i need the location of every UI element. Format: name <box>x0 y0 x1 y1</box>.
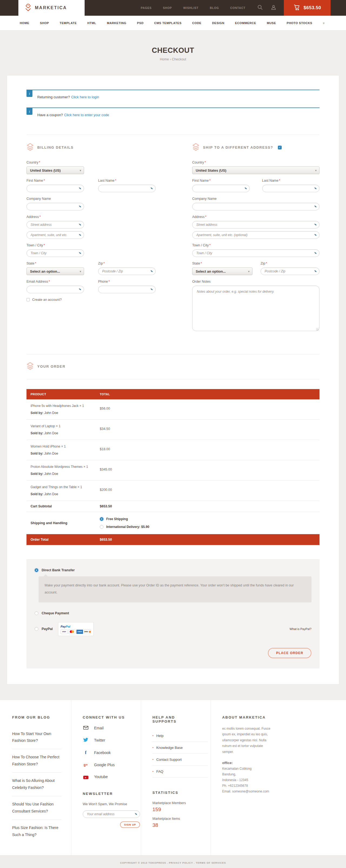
payment-cheque[interactable]: Cheque Payment <box>35 611 311 615</box>
billing-street-field: ✒ <box>27 221 84 228</box>
login-link[interactable]: Click here to login <box>71 95 99 99</box>
shipping-company-input[interactable] <box>196 205 311 209</box>
billing-company-input[interactable] <box>31 205 76 209</box>
billing-first-name-input[interactable] <box>31 187 76 190</box>
blog-link[interactable]: How To Choose The Perfect Fashion Store? <box>12 749 61 773</box>
blog-link[interactable]: What is So Alluring About Celebrity Fash… <box>12 773 61 796</box>
cart-button[interactable]: $653.50 <box>284 0 331 16</box>
radio-selected-icon[interactable] <box>100 517 104 521</box>
help-link[interactable]: ▪Knowledge Base <box>152 742 208 754</box>
top-nav-contact[interactable]: CONTACT <box>230 6 245 9</box>
help-link[interactable]: ▪FAQ <box>152 766 208 778</box>
copyright-bar: COPYRIGHT © 2013 TOKOPRESS . PRIVACY POL… <box>0 855 346 868</box>
menu-photo-stocks[interactable]: PHOTO STOCKS <box>286 21 312 25</box>
seller-name: John Doe <box>44 472 58 476</box>
edit-pen-icon: ✒ <box>313 204 318 209</box>
shipping-town-input[interactable] <box>196 251 311 255</box>
billing-zip-field: ✒ <box>98 268 156 275</box>
ship-different-checkbox[interactable]: ✓ <box>278 146 282 150</box>
logo[interactable]: MARKETICA <box>19 0 84 16</box>
payment-paypal[interactable]: PayPal PayPal VISA AMEX DISC What is Pay… <box>35 622 311 636</box>
sold-by-label: Sold by: <box>31 452 43 455</box>
billing-town-input[interactable] <box>31 251 76 255</box>
social-youtube[interactable]: ▶ Youtube <box>83 774 130 779</box>
shipping-first-name-input[interactable] <box>196 187 241 190</box>
blog-link[interactable]: Plus Size Fashion: Is There Such a Thing… <box>12 820 61 843</box>
blog-link[interactable]: How To Start Your Own Fashion Store? <box>12 726 61 749</box>
help-link[interactable]: ▪Contact Support <box>152 754 208 766</box>
billing-email-input[interactable] <box>31 287 76 291</box>
social-twitter[interactable]: Twitter <box>83 738 130 743</box>
place-order-button[interactable]: PLACE ORDER <box>268 648 311 658</box>
coupon-text: Have a coupon? <box>37 113 63 117</box>
radio-icon[interactable] <box>100 525 104 529</box>
radio-icon[interactable] <box>35 611 38 615</box>
state-label: State* <box>27 261 84 265</box>
shipping-street-input[interactable] <box>196 223 311 227</box>
blog-link[interactable]: Should You Use Fashion Consultant Servic… <box>12 796 61 820</box>
shipping-option-free[interactable]: Free Shipping <box>100 517 319 521</box>
top-nav-shop[interactable]: SHOP <box>163 6 172 9</box>
menu-marketing[interactable]: MARKETING <box>107 21 126 25</box>
billing-street-input[interactable] <box>31 223 76 227</box>
shipping-state-select[interactable]: Select an option... ▾ <box>192 268 252 275</box>
billing-zip-input[interactable] <box>102 269 147 273</box>
shipping-option-international[interactable]: International Delivery: $5.90 <box>100 525 319 529</box>
order-notes-input[interactable] <box>192 286 319 331</box>
social-google-plus[interactable]: g+ Google Plus <box>83 763 130 767</box>
newsletter-title: NEWSLETTER <box>83 792 130 796</box>
menu-home[interactable]: HOME <box>20 21 29 25</box>
menu-template[interactable]: TEMPLATE <box>60 21 77 25</box>
your-order-header: YOUR ORDER <box>27 362 319 371</box>
chevron-down-icon: ▾ <box>80 270 81 273</box>
shipping-apartment-input[interactable] <box>196 233 311 237</box>
shipping-zip-input[interactable] <box>265 269 311 273</box>
what-is-paypal-link[interactable]: What is PayPal? <box>289 627 311 630</box>
user-account-icon[interactable] <box>271 5 276 11</box>
menu-shop[interactable]: SHOP <box>40 21 49 25</box>
top-nav-pages[interactable]: PAGES <box>141 6 152 9</box>
top-nav-blog[interactable]: BLOG <box>210 6 219 9</box>
social-email[interactable]: Email <box>83 726 130 731</box>
email-icon <box>83 726 89 731</box>
newsletter-email-input[interactable] <box>87 812 132 816</box>
social-facebook[interactable]: f Facebook <box>83 750 130 755</box>
shipping-country-select[interactable]: United States (US) ▾ <box>192 166 319 174</box>
menu-cms-templates[interactable]: CMS TEMPLATES <box>154 21 182 25</box>
shipping-last-name-input[interactable] <box>266 187 311 190</box>
radio-icon[interactable] <box>35 627 38 631</box>
divider <box>27 379 319 379</box>
create-account-label: Create an account? <box>32 298 62 302</box>
menu-ecommerce[interactable]: ECOMMERCE <box>235 21 256 25</box>
breadcrumb-home[interactable]: Home <box>160 57 169 61</box>
billing-phone-input[interactable] <box>102 287 147 291</box>
billing-apartment-input[interactable] <box>31 233 76 237</box>
radio-selected-icon[interactable] <box>35 568 38 572</box>
billing-last-name-input[interactable] <box>102 187 147 190</box>
order-row: Proton Absolute Wordpress Themes × 1 Sol… <box>27 460 319 480</box>
menu-html[interactable]: HTML <box>87 21 96 25</box>
billing-company-field: ✒ <box>27 203 84 210</box>
menu-code[interactable]: CODE <box>192 21 201 25</box>
google-plus-icon: g+ <box>83 763 89 767</box>
billing-state-select[interactable]: Select an option... ▾ <box>27 268 84 275</box>
youtube-icon: ▶ <box>83 774 89 779</box>
order-total-label: Order Total <box>27 538 100 541</box>
signup-button[interactable]: SIGN UP <box>120 822 140 828</box>
returning-customer-text: Returning customer? <box>37 95 70 99</box>
search-icon[interactable] <box>257 5 263 11</box>
coupon-link[interactable]: Click here to enter your code <box>64 113 109 117</box>
menu-muse[interactable]: MUSE <box>267 21 276 25</box>
subtotal-row: Cart Subtotal $653.50 <box>27 501 319 512</box>
page-title: CHECKOUT <box>0 46 346 55</box>
billing-country-select[interactable]: United States (US) ▾ <box>27 166 84 174</box>
menu-psd[interactable]: PSD <box>137 21 143 25</box>
payment-bank-transfer[interactable]: Direct Bank Transfer <box>35 568 311 572</box>
menu-more-icon[interactable]: » <box>322 22 326 24</box>
create-account-checkbox[interactable] <box>27 298 30 301</box>
top-nav-wishlist[interactable]: WISHLIST <box>183 6 199 9</box>
info-icon: i <box>27 90 32 97</box>
product-column-header: PRODUCT <box>27 393 100 396</box>
menu-design[interactable]: DESIGN <box>212 21 224 25</box>
help-link[interactable]: ▪Help <box>152 730 208 742</box>
